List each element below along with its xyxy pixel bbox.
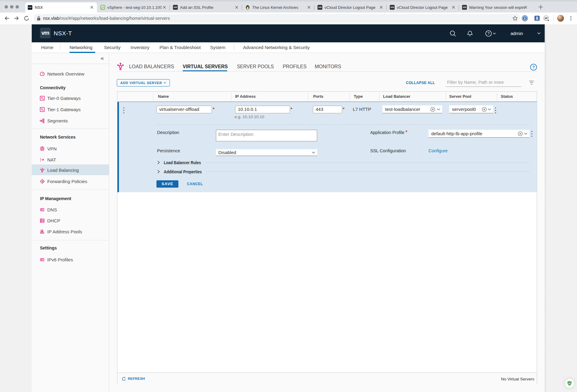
svg-text:?: ? <box>488 31 490 36</box>
svg-text:IP: IP <box>545 16 548 20</box>
svg-text:?: ? <box>532 65 535 69</box>
